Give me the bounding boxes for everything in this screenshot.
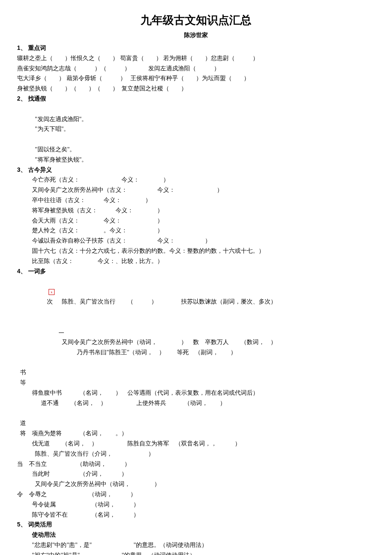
s4-l7a: 道 xyxy=(20,418,135,428)
s1-line3: 屯大泽乡（ ） 藉第令毋斩（ ） 王侯将相宁有种乎（ ）为坛而盟（ ） xyxy=(17,73,375,84)
s4-l2: 又间令吴广之次所旁丛祠中（动词， ） 数 卒数万人 （数词， ） xyxy=(17,317,375,347)
s3-l1: 今亡亦死（古义： 今义： ） xyxy=(17,175,375,185)
s2-l2b: "将军身被坚执锐"。 xyxy=(35,156,87,163)
s2-l2a: "固以怪之矣"。 xyxy=(35,145,167,155)
s4-l7: 道 将 项燕为楚将 （名词， 。） xyxy=(17,408,375,439)
line-icon xyxy=(59,332,64,333)
s4-l12: 又间令吴广之次所旁丛祠中（动词， ） xyxy=(17,479,375,489)
s4-l1-txt: 次 陈胜、吴广皆次当行 （ ） 扶苏以数谏故（副词，屡次、多次） xyxy=(47,298,277,305)
s3-l5: 会天大雨（古义： 今义： ） xyxy=(17,216,375,226)
s4-l2-txt: 又间令吴广之次所旁丛祠中（动词， ） 数 卒数万人 （数词， ） xyxy=(62,339,277,345)
s1-line4: 身被坚执锐（ ）（ ）（ ） 复立楚国之社稷（ ） xyxy=(17,84,375,94)
s5-l1: "忿恚尉"中的"恚"，是" "的意思。（动词使动用法） xyxy=(17,540,375,550)
s3-l6: 楚人怜之（古义： 。今义： ） xyxy=(17,225,375,236)
s4-l3: 乃丹书帛曰"陈胜王"（动词， ） 等死 （副词， ） xyxy=(17,347,375,358)
error-x-icon: x xyxy=(49,289,55,295)
s3-l2: 又间令吴广之次所旁丛祠中（古义： 今义： ） xyxy=(17,185,375,195)
page-title: 九年级古文知识点汇总 xyxy=(17,11,375,29)
s4-l4b: 等 xyxy=(20,379,26,386)
s4-l9: 陈胜、吴广皆次当行（介词， ） xyxy=(17,449,375,459)
s4-l11: 当此时 （介词， ） xyxy=(17,469,375,479)
section-2-head: 2、 找通假 xyxy=(17,94,375,104)
s5-sub1: 使动用法 xyxy=(17,530,375,540)
s4-l1: x 次 陈胜、吴广皆次当行 （ ） 扶苏以数谏故（副词，屡次、多次） xyxy=(17,276,375,317)
s4-l6: 道不通 （名词， ） 上使外将兵 （动词， ） xyxy=(17,398,375,408)
s3-l4: 将军身被坚执锐（古义： 今义： ） xyxy=(17,205,375,216)
s2-line1: "发闾左適戍渔阳"。 "为天下唱"。 xyxy=(17,104,375,134)
s4-l5: 得鱼腹中书 （名词， ） 公等遇雨（代词，表示复数，用在名词或代词后） xyxy=(17,388,375,398)
s2-line2: "固以怪之矣"。 "将军身被坚执锐"。 xyxy=(17,134,375,165)
section-3-head: 3、 古今异义 xyxy=(17,165,375,175)
section-4-head: 4、 一词多 xyxy=(17,266,375,277)
s4-l15: 陈守令皆不在 （名词， ） xyxy=(17,510,375,520)
s4-l8: 伐无道 （名词， ） 陈胜自立为将军 （双音名词，， ） xyxy=(17,439,375,449)
s4-l7b: 将 项燕为楚将 （名词， 。） xyxy=(20,430,127,436)
s3-l9: 比至陈（古义： 今义：、比较，比方。） xyxy=(17,256,375,266)
s4-l14: 号令徒属 （动词， ） xyxy=(17,500,375,510)
s3-l3: 卒中往往语（古义： 今义： ） xyxy=(17,195,375,205)
s1-line1: 辍耕之垄上（ ）怅恨久之（ ） 苟富贵（ ） 若为佣耕（ ）忿恚尉（ ） xyxy=(17,53,375,64)
s2-l1a: "发闾左適戍渔阳"。 xyxy=(35,114,167,124)
page-subtitle: 陈涉世家 xyxy=(17,30,375,40)
s4-l4: 书 等 xyxy=(17,358,375,388)
s3-l8: 固十六七（古义：十分之六或七，表示分数的约数。今义：整数的约数，十六或十七。） xyxy=(17,246,375,256)
s2-l1b: "为天下唱"。 xyxy=(35,126,69,132)
section-5-head: 5、 词类活用 xyxy=(17,520,375,530)
s3-l7: 今诚以吾众诈自称公子扶苏（古义： 今义： ） xyxy=(17,236,375,246)
s4-l13: 令 令辱之 （动词， ） xyxy=(17,489,375,500)
s1-line2: 燕雀安知鸿鹄之志哉（ ）（ ） 发闾左適戍渔阳（ ） xyxy=(17,64,375,74)
s4-l10: 当 不当立 （助动词， ） xyxy=(17,459,375,469)
s4-l4a: 书 xyxy=(20,367,135,378)
s5-l2: "袒右"中的"袒"是" "的意思。（动词使动用法） xyxy=(17,550,375,555)
section-1-head: 1、 重点词 xyxy=(17,43,375,53)
